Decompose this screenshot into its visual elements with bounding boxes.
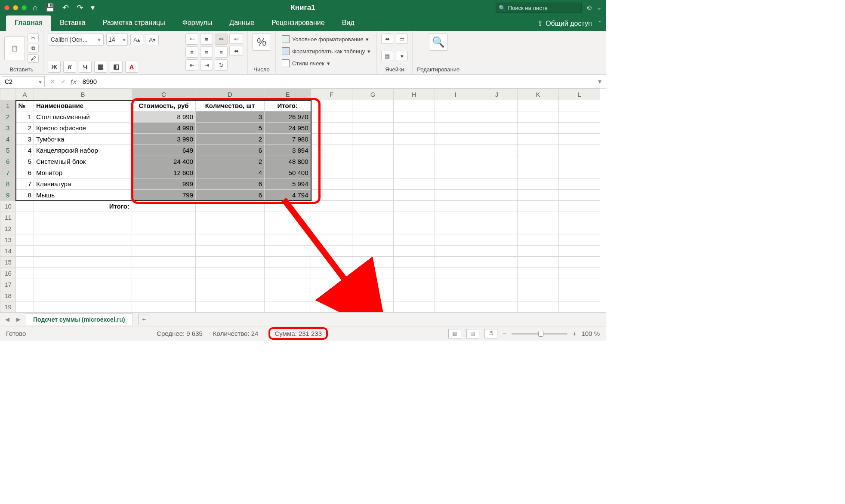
formula-input[interactable]: 8990	[81, 78, 594, 85]
cell-C2[interactable]: 8 990	[132, 111, 196, 123]
cell-B3[interactable]: Кресло офисное	[34, 123, 132, 134]
minimize-window-icon[interactable]	[13, 5, 18, 10]
cell-F19[interactable]	[311, 301, 352, 313]
cell-I5[interactable]	[435, 145, 476, 156]
sheet-nav-prev-icon[interactable]: ◀	[3, 315, 12, 324]
cell-C11[interactable]	[132, 212, 196, 223]
font-size-select[interactable]: 14 ▾	[106, 34, 128, 46]
cell-A11[interactable]	[16, 212, 34, 223]
cell-I10[interactable]	[435, 201, 476, 212]
column-header-D[interactable]: D	[196, 89, 265, 100]
cell-L17[interactable]	[559, 279, 600, 290]
align-top-button[interactable]: ⬴	[185, 34, 198, 45]
cell-H5[interactable]	[394, 145, 435, 156]
cell-I17[interactable]	[435, 279, 476, 290]
cell-B8[interactable]: Клавиатура	[34, 178, 132, 190]
cell-B2[interactable]: Стол письменный	[34, 111, 132, 123]
cell-G2[interactable]	[352, 111, 394, 123]
merge-button[interactable]: ⬌	[229, 46, 243, 56]
cell-A19[interactable]	[16, 301, 34, 313]
cell-I9[interactable]	[435, 190, 476, 201]
cell-J18[interactable]	[476, 290, 518, 301]
cell-F13[interactable]	[311, 234, 352, 246]
cell-E2[interactable]: 26 970	[265, 111, 311, 123]
tab-view[interactable]: Вид	[333, 15, 363, 31]
cell-J2[interactable]	[476, 111, 518, 123]
cell-K11[interactable]	[518, 212, 559, 223]
cell-G13[interactable]	[352, 234, 394, 246]
column-header-F[interactable]: F	[311, 89, 352, 100]
cell-E16[interactable]	[265, 268, 311, 279]
cell-F7[interactable]	[311, 167, 352, 178]
cell-H1[interactable]	[394, 100, 435, 111]
cell-G15[interactable]	[352, 257, 394, 268]
cell-I13[interactable]	[435, 234, 476, 246]
redo-icon[interactable]: ↷	[77, 3, 83, 12]
align-middle-button[interactable]: ≡	[200, 34, 213, 45]
cell-F16[interactable]	[311, 268, 352, 279]
row-header-9[interactable]: 9	[0, 190, 16, 201]
row-header-4[interactable]: 4	[0, 134, 16, 145]
cell-E12[interactable]	[265, 223, 311, 234]
insert-cells-button[interactable]: ⬌	[381, 34, 393, 44]
font-name-select[interactable]: Calibri (Осн... ▾	[48, 34, 104, 46]
title-caret-icon[interactable]: ⌄	[597, 5, 601, 11]
cell-K12[interactable]	[518, 223, 559, 234]
cell-A7[interactable]: 6	[16, 167, 34, 178]
cell-F14[interactable]	[311, 246, 352, 257]
cell-K2[interactable]	[518, 111, 559, 123]
cell-K8[interactable]	[518, 178, 559, 190]
align-center-button[interactable]: ≡	[200, 46, 213, 58]
cell-K6[interactable]	[518, 156, 559, 167]
sheet-nav-next-icon[interactable]: ▶	[14, 315, 23, 324]
cell-L10[interactable]	[559, 201, 600, 212]
cell-F5[interactable]	[311, 145, 352, 156]
cell-J15[interactable]	[476, 257, 518, 268]
underline-button[interactable]: Ч	[79, 61, 92, 73]
decrease-indent-button[interactable]: ⇤	[185, 59, 198, 71]
cell-D7[interactable]: 4	[196, 167, 265, 178]
cell-A4[interactable]: 3	[16, 134, 34, 145]
cell-C4[interactable]: 3 990	[132, 134, 196, 145]
cell-E10[interactable]	[265, 201, 311, 212]
cell-B19[interactable]	[34, 301, 132, 313]
close-window-icon[interactable]	[4, 5, 9, 10]
cell-E17[interactable]	[265, 279, 311, 290]
cell-H8[interactable]	[394, 178, 435, 190]
view-page-layout-button[interactable]: ▤	[466, 329, 479, 338]
italic-button[interactable]: К	[63, 61, 76, 73]
delete-cells-button[interactable]: ▭	[396, 34, 408, 44]
cell-G6[interactable]	[352, 156, 394, 167]
cell-I8[interactable]	[435, 178, 476, 190]
cell-E1[interactable]: Итого:	[265, 100, 311, 111]
cell-L11[interactable]	[559, 212, 600, 223]
copy-button[interactable]: ⧉	[28, 44, 39, 52]
cell-G16[interactable]	[352, 268, 394, 279]
view-normal-button[interactable]: ▦	[448, 329, 461, 338]
cell-J19[interactable]	[476, 301, 518, 313]
cell-I4[interactable]	[435, 134, 476, 145]
cell-H9[interactable]	[394, 190, 435, 201]
name-box[interactable]: C2▾	[2, 76, 45, 87]
cell-E3[interactable]: 24 950	[265, 123, 311, 134]
cell-C7[interactable]: 12 600	[132, 167, 196, 178]
cell-I2[interactable]	[435, 111, 476, 123]
cell-F2[interactable]	[311, 111, 352, 123]
qat-dropdown-icon[interactable]: ▾	[91, 3, 95, 12]
cell-G9[interactable]	[352, 190, 394, 201]
row-header-14[interactable]: 14	[0, 246, 16, 257]
cell-J17[interactable]	[476, 279, 518, 290]
cell-C17[interactable]	[132, 279, 196, 290]
cell-I12[interactable]	[435, 223, 476, 234]
row-header-18[interactable]: 18	[0, 290, 16, 301]
cell-D13[interactable]	[196, 234, 265, 246]
cell-L16[interactable]	[559, 268, 600, 279]
cell-D18[interactable]	[196, 290, 265, 301]
cell-G18[interactable]	[352, 290, 394, 301]
cell-J9[interactable]	[476, 190, 518, 201]
cell-H19[interactable]	[394, 301, 435, 313]
collapse-ribbon-icon[interactable]: ˆ	[599, 20, 601, 27]
cell-F1[interactable]	[311, 100, 352, 111]
column-header-A[interactable]: A	[16, 89, 34, 100]
cell-H10[interactable]	[394, 201, 435, 212]
